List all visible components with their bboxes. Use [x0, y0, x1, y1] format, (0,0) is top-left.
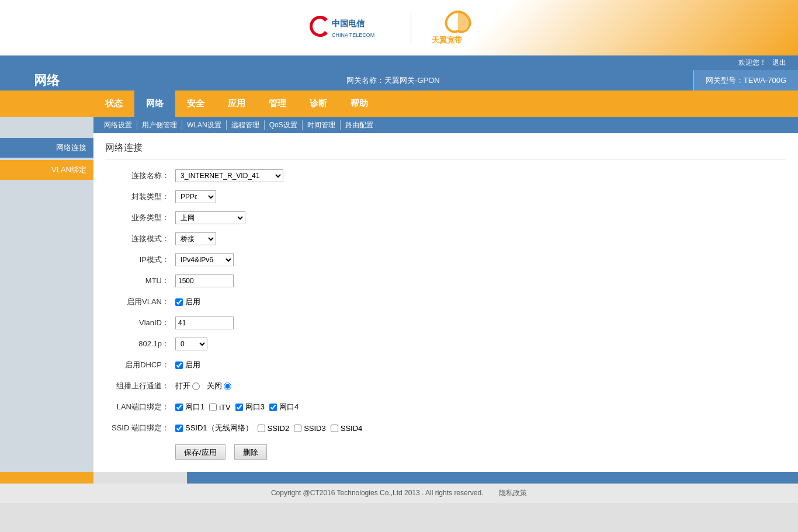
- subnav-route[interactable]: 路由配置: [341, 120, 378, 130]
- ssid1-checkbox[interactable]: [175, 425, 183, 432]
- save-apply-button[interactable]: 保存/应用: [175, 444, 225, 460]
- logo-area: 中国电信 CHINA TELECOM 天翼宽带: [0, 9, 798, 47]
- connection-mode-select[interactable]: 桥接: [175, 232, 216, 245]
- nav-status[interactable]: 状态: [93, 91, 134, 117]
- subnav-network-settings[interactable]: 网络设置: [99, 120, 137, 130]
- lan-bind-row: LAN端口绑定： 网口1 iTV 网口3 网口4: [105, 399, 786, 415]
- connection-mode-row: 连接模式： 桥接: [105, 231, 786, 246]
- ssid-bind-value: SSID1（无线网络） SSID2 SSID3 SSID4: [175, 423, 362, 433]
- nav-help[interactable]: 帮助: [339, 91, 380, 117]
- lan-port3-label[interactable]: 网口3: [235, 402, 265, 412]
- nav-manage[interactable]: 管理: [257, 91, 298, 117]
- multicast-on-radio[interactable]: [192, 383, 200, 390]
- section-title: 网络: [34, 72, 60, 89]
- page-title: 网络连接: [105, 142, 786, 159]
- service-type-select[interactable]: 上网: [175, 211, 245, 224]
- page-layout: 网络连接 VLAN绑定 网络连接 连接名称： 3_INTERNET_R_VID_…: [0, 133, 798, 472]
- enable-vlan-checkbox[interactable]: [175, 298, 183, 306]
- nav-apps[interactable]: 应用: [216, 91, 257, 117]
- lan-port1-label[interactable]: 网口1: [175, 402, 204, 412]
- ssid-bind-row: SSID 端口绑定： SSID1（无线网络） SSID2 SSID3 SSID4: [105, 420, 786, 436]
- lan-port3-text: 网口3: [245, 402, 265, 412]
- logo-divider: [411, 13, 411, 43]
- mtu-label: MTU：: [105, 276, 175, 286]
- vlanid-label: VlanID：: [105, 318, 175, 328]
- connection-name-value: 3_INTERNET_R_VID_41: [175, 169, 283, 182]
- gateway-type: 网关型号：TEWA-700G: [693, 70, 798, 91]
- enable-dhcp-checkbox-label[interactable]: 启用: [175, 360, 200, 370]
- multicast-on-label[interactable]: 打开: [175, 381, 200, 391]
- gateway-name: 网关名称：天翼网关-GPON: [93, 75, 693, 86]
- enable-dhcp-checkbox[interactable]: [175, 361, 183, 369]
- encap-type-value: PPPoE: [175, 190, 216, 203]
- footer-wrap: [0, 472, 798, 484]
- service-type-label: 业务类型：: [105, 213, 175, 223]
- dot1p-select[interactable]: 0: [175, 338, 207, 350]
- encap-type-select[interactable]: PPPoE: [175, 190, 216, 203]
- enable-vlan-value: 启用: [175, 297, 200, 307]
- ssid2-label[interactable]: SSID2: [258, 424, 290, 433]
- lan-port1-checkbox[interactable]: [175, 404, 183, 411]
- ssid4-checkbox[interactable]: [331, 425, 338, 432]
- ssid2-checkbox[interactable]: [258, 425, 265, 432]
- subnav-time-mgmt[interactable]: 时间管理: [303, 120, 341, 130]
- dot1p-label: 802.1p：: [105, 339, 175, 349]
- top-bar: 欢迎您！ 退出: [0, 55, 798, 70]
- multicast-on-text: 打开: [175, 381, 190, 391]
- lan-port2-checkbox[interactable]: [209, 404, 217, 411]
- ssid1-label[interactable]: SSID1（无线网络）: [175, 423, 253, 433]
- welcome-text: 欢迎您！: [738, 58, 766, 68]
- ip-mode-label: IP模式：: [105, 255, 175, 265]
- delete-button[interactable]: 删除: [234, 444, 267, 460]
- main-nav: 状态 网络 安全 应用 管理 诊断 帮助: [93, 91, 798, 117]
- ssid3-text: SSID3: [304, 424, 326, 433]
- service-type-row: 业务类型： 上网: [105, 210, 786, 225]
- nav-diagnose[interactable]: 诊断: [298, 91, 339, 117]
- ip-mode-select[interactable]: IPv4&IPv6: [175, 253, 234, 266]
- mtu-value: [175, 274, 234, 287]
- vlanid-row: VlanID：: [105, 315, 786, 331]
- enable-vlan-row: 启用VLAN： 启用: [105, 294, 786, 310]
- ssid4-label[interactable]: SSID4: [331, 424, 363, 433]
- subnav-remote-mgmt[interactable]: 远程管理: [227, 120, 265, 130]
- connection-name-label: 连接名称：: [105, 171, 175, 181]
- enable-dhcp-value: 启用: [175, 360, 200, 370]
- multicast-off-label[interactable]: 关闭: [207, 381, 231, 391]
- enable-vlan-checkbox-label[interactable]: 启用: [175, 297, 200, 307]
- subnav-wlan[interactable]: WLAN设置: [182, 120, 227, 130]
- connection-mode-label: 连接模式：: [105, 234, 175, 244]
- ssid4-text: SSID4: [341, 424, 363, 433]
- subnav-qos[interactable]: QoS设置: [265, 120, 303, 130]
- svg-text:CHINA TELECOM: CHINA TELECOM: [332, 32, 374, 38]
- lan-port4-text: 网口4: [279, 402, 299, 412]
- sidebar-item-vlan-bind[interactable]: VLAN绑定: [0, 160, 93, 180]
- nav-security[interactable]: 安全: [175, 91, 216, 117]
- multicast-off-radio[interactable]: [224, 383, 231, 390]
- china-telecom-logo: 中国电信 CHINA TELECOM: [308, 9, 396, 47]
- encap-type-row: 封装类型： PPPoE: [105, 189, 786, 204]
- lan-port4-label[interactable]: 网口4: [269, 402, 299, 412]
- ssid3-checkbox[interactable]: [294, 425, 301, 432]
- connection-name-select[interactable]: 3_INTERNET_R_VID_41: [175, 169, 283, 182]
- lan-port2-text: iTV: [219, 403, 231, 412]
- subnav-user-mgmt[interactable]: 用户侧管理: [137, 120, 182, 130]
- nav-network[interactable]: 网络: [134, 91, 175, 117]
- ip-mode-row: IP模式： IPv4&IPv6: [105, 252, 786, 267]
- connection-mode-value: 桥接: [175, 232, 216, 245]
- mtu-input[interactable]: [175, 274, 234, 287]
- logout-link[interactable]: 退出: [772, 58, 786, 68]
- multicast-off-text: 关闭: [207, 381, 222, 391]
- privacy-link[interactable]: 隐私政策: [499, 489, 527, 497]
- sidebar-item-network-connection[interactable]: 网络连接: [0, 138, 93, 158]
- lan-port2-label[interactable]: iTV: [209, 403, 231, 412]
- ssid3-label[interactable]: SSID3: [294, 424, 326, 433]
- dot1p-value: 0: [175, 338, 207, 350]
- lan-port4-checkbox[interactable]: [269, 404, 277, 411]
- ip-mode-value: IPv4&IPv6: [175, 253, 234, 266]
- svg-text:中国电信: 中国电信: [332, 19, 365, 28]
- lan-port3-checkbox[interactable]: [235, 404, 243, 411]
- ssid1-text: SSID1（无线网络）: [185, 423, 253, 433]
- vlanid-input[interactable]: [175, 317, 234, 329]
- footer-bar: [187, 472, 798, 484]
- multicast-label: 组播上行通道：: [105, 381, 175, 391]
